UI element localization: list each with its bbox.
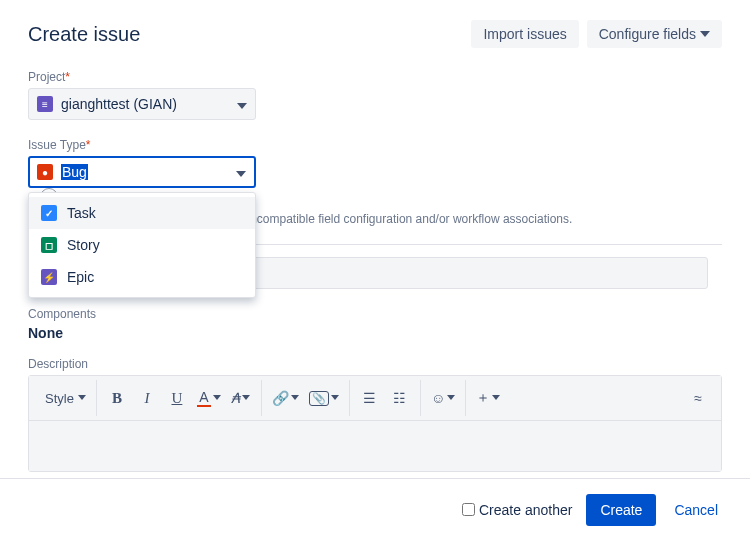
project-avatar-icon: ≡ <box>37 96 53 112</box>
import-issues-label: Import issues <box>483 26 566 42</box>
numbered-list-icon: ☷ <box>393 390 406 406</box>
underline-button[interactable]: U <box>163 384 191 412</box>
text-color-icon: A <box>197 390 211 407</box>
issue-type-option-task[interactable]: ✓ Task <box>29 197 255 229</box>
create-another-checkbox[interactable] <box>462 503 475 516</box>
components-value: None <box>28 325 722 341</box>
project-field: Project* ≡ gianghttest (GIAN) <box>28 70 722 120</box>
components-label: Components <box>28 307 722 321</box>
configure-fields-label: Configure fields <box>599 26 696 42</box>
chevron-down-icon <box>242 395 250 401</box>
create-issue-dialog: Create issue Import issues Configure fie… <box>0 0 750 478</box>
attachment-icon: 📎 <box>309 391 329 406</box>
plus-icon: ＋ <box>476 389 490 407</box>
text-color-button[interactable]: A <box>193 384 225 412</box>
description-textarea[interactable] <box>29 421 721 471</box>
issue-type-select[interactable]: ● Bug <box>28 156 256 188</box>
bullet-list-icon: ☰ <box>363 390 376 406</box>
issue-type-field: Issue Type* ● Bug ? ✓ Task ◻ Story ⚡ <box>28 138 722 226</box>
clear-formatting-button[interactable]: ₳ <box>227 384 255 412</box>
issue-type-dropdown: ✓ Task ◻ Story ⚡ Epic <box>28 192 256 298</box>
issue-type-selected-value: Bug <box>61 164 88 180</box>
numbered-list-button[interactable]: ☷ <box>386 384 414 412</box>
create-button[interactable]: Create <box>586 494 656 526</box>
project-selected-value: gianghttest (GIAN) <box>61 96 177 112</box>
issue-type-option-epic[interactable]: ⚡ Epic <box>29 261 255 293</box>
story-icon: ◻ <box>41 237 57 253</box>
chevron-down-icon <box>447 395 455 401</box>
link-icon: 🔗 <box>272 390 289 406</box>
issue-type-label: Issue Type* <box>28 138 722 152</box>
description-editor: Style B I U A ₳ 🔗 📎 ☰ ☷ ☺ <box>28 375 722 472</box>
more-button[interactable]: ＋ <box>472 384 504 412</box>
option-label: Task <box>67 205 96 221</box>
dialog-header: Create issue Import issues Configure fie… <box>28 20 722 48</box>
import-issues-button[interactable]: Import issues <box>471 20 578 48</box>
editor-toolbar: Style B I U A ₳ 🔗 📎 ☰ ☷ ☺ <box>29 376 721 421</box>
header-actions: Import issues Configure fields <box>471 20 722 48</box>
bold-button[interactable]: B <box>103 384 131 412</box>
create-another-label: Create another <box>479 502 572 518</box>
chevron-down-icon <box>331 395 339 401</box>
project-label: Project* <box>28 70 722 84</box>
chevron-down-icon <box>213 395 221 401</box>
required-marker: * <box>65 70 70 84</box>
cancel-button[interactable]: Cancel <box>670 494 722 526</box>
emoji-button[interactable]: ☺ <box>427 384 459 412</box>
configure-fields-button[interactable]: Configure fields <box>587 20 722 48</box>
option-label: Story <box>67 237 100 253</box>
expand-icon: ≈ <box>694 390 702 406</box>
expand-toolbar-button[interactable]: ≈ <box>687 384 715 412</box>
chevron-down-icon <box>700 31 710 37</box>
emoji-icon: ☺ <box>431 390 445 406</box>
project-select-wrap: ≡ gianghttest (GIAN) <box>28 88 256 120</box>
bug-icon: ● <box>37 164 53 180</box>
attachment-button[interactable]: 📎 <box>305 384 343 412</box>
project-select[interactable]: ≡ gianghttest (GIAN) <box>28 88 256 120</box>
required-marker: * <box>86 138 91 152</box>
epic-icon: ⚡ <box>41 269 57 285</box>
link-button[interactable]: 🔗 <box>268 384 303 412</box>
task-icon: ✓ <box>41 205 57 221</box>
option-label: Epic <box>67 269 94 285</box>
chevron-down-icon <box>237 96 247 112</box>
chevron-down-icon <box>236 164 246 180</box>
dialog-footer: Create another Create Cancel <box>0 478 750 540</box>
dialog-title: Create issue <box>28 23 140 46</box>
issue-type-option-story[interactable]: ◻ Story <box>29 229 255 261</box>
chevron-down-icon <box>291 395 299 401</box>
chevron-down-icon <box>78 395 86 401</box>
italic-button[interactable]: I <box>133 384 161 412</box>
create-another-wrap[interactable]: Create another <box>462 502 572 518</box>
bullet-list-button[interactable]: ☰ <box>356 384 384 412</box>
description-label: Description <box>28 357 722 371</box>
style-dropdown[interactable]: Style <box>41 384 90 412</box>
chevron-down-icon <box>492 395 500 401</box>
issue-type-select-wrap: ● Bug ? ✓ Task ◻ Story ⚡ Epic <box>28 156 256 206</box>
